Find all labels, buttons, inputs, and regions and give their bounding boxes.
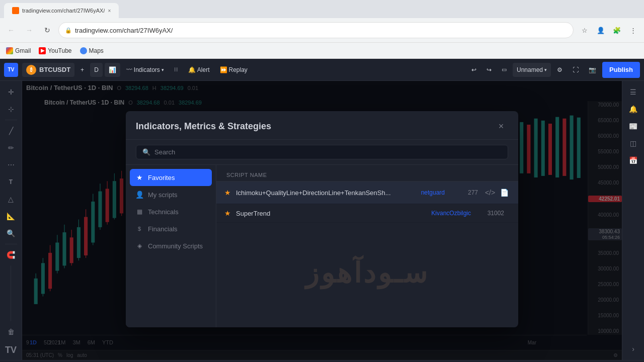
indicators-label: Indicators xyxy=(134,66,160,73)
tradingview-app: TV ₿ BTCUSDT + D 📊 〰 Indicators ▾ ⁝⁝ 🔔 xyxy=(0,59,644,362)
tab-stock-screener[interactable]: Stock Screener ▾ xyxy=(4,360,64,363)
undo-button[interactable]: ↩ xyxy=(467,63,480,77)
menu-icon[interactable]: ⋮ xyxy=(626,23,640,37)
bookmarks-bar: Gmail YouTube Maps xyxy=(0,43,644,59)
nav-reload-button[interactable]: ↻ xyxy=(40,23,54,37)
alert-label: Alert xyxy=(197,66,210,73)
star-icon: ★ xyxy=(135,173,144,182)
data-window-button[interactable]: ◫ xyxy=(625,135,641,151)
toolbar-icons: ☆ 👤 🧩 ⋮ xyxy=(578,23,640,37)
search-input[interactable] xyxy=(154,148,502,156)
browser-tab[interactable]: tradingview.com/chart/27IW6yAX/ × xyxy=(4,3,119,18)
measure-tool[interactable]: 📐 xyxy=(3,208,19,224)
tab-trading-panel[interactable]: Trading Panel xyxy=(207,360,258,363)
snapshot-button[interactable]: 📷 xyxy=(585,63,600,77)
script-name-header: SCRIPT NAME xyxy=(226,172,508,178)
gmail-icon xyxy=(6,47,13,54)
tab-strategy-tester[interactable]: Strategy Tester xyxy=(151,360,206,363)
script-code-button-0[interactable]: </> xyxy=(484,187,496,199)
bookmark-icon[interactable]: ☆ xyxy=(578,23,592,37)
tab-title: tradingview.com/chart/27IW6yAX/ xyxy=(22,8,105,14)
fullscreen-button[interactable]: ⛶ xyxy=(569,63,583,77)
modal-header: Indicators, Metrics & Strategies × xyxy=(126,111,518,140)
replay-button[interactable]: ⏩ Replay xyxy=(216,64,252,75)
script-open-button-0[interactable]: 📄 xyxy=(498,187,510,199)
add-symbol-button[interactable]: + xyxy=(76,63,88,77)
nav-financials-label: Financials xyxy=(148,225,178,233)
search-input-wrapper: 🔍 xyxy=(136,145,508,159)
chevron-right-button[interactable]: › xyxy=(625,341,641,357)
draw-tool[interactable]: ✏ xyxy=(3,140,19,156)
favorite-star-0[interactable]: ★ xyxy=(224,189,231,197)
address-bar[interactable]: 🔒 tradingview.com/chart/27IW6yAX/ xyxy=(58,22,574,38)
bookmark-maps[interactable]: Maps xyxy=(80,47,104,54)
tab-close-icon[interactable]: × xyxy=(108,8,111,14)
nav-back-button[interactable]: ← xyxy=(4,23,18,37)
calendar-button[interactable]: 📅 xyxy=(625,152,641,168)
chart-type-button[interactable]: 📊 xyxy=(105,63,120,77)
trend-line-tool[interactable]: ╱ xyxy=(3,123,19,139)
modal-close-button[interactable]: × xyxy=(494,119,508,133)
script-author-0[interactable]: netguard xyxy=(421,189,445,196)
crosshair-tool[interactable]: ⊹ xyxy=(3,101,19,117)
script-row-1[interactable]: ★ SuperTrend KivancOzbilgic 31002 xyxy=(216,204,518,223)
modal-search-area: 🔍 xyxy=(126,140,518,165)
magnet-tool[interactable]: 🧲 xyxy=(3,247,19,263)
alerts-sidebar-button[interactable]: 🔔 xyxy=(625,101,641,117)
indicators-dropdown-icon: ▾ xyxy=(162,67,164,72)
profile-icon[interactable]: 👤 xyxy=(594,23,608,37)
cursor-tool[interactable]: ✛ xyxy=(3,84,19,100)
more-indicators-button[interactable]: ⁝⁝ xyxy=(170,63,182,77)
nav-forward-button[interactable]: → xyxy=(22,23,36,37)
bookmark-gmail[interactable]: Gmail xyxy=(6,47,31,54)
script-name-1: SuperTrend xyxy=(236,210,431,217)
bookmark-youtube[interactable]: YouTube xyxy=(39,47,71,54)
nav-item-financials[interactable]: $ Financials xyxy=(130,220,212,237)
nav-item-community-scripts[interactable]: ◈ Community Scripts xyxy=(130,237,212,254)
trash-tool[interactable]: 🗑 xyxy=(3,324,19,340)
nav-item-favorites[interactable]: ★ Favorites xyxy=(130,169,212,186)
zoom-tool[interactable]: 🔍 xyxy=(3,225,19,241)
tool-sep-1 xyxy=(5,120,17,120)
bookmark-maps-label: Maps xyxy=(89,47,104,54)
fib-tool[interactable]: ⋯ xyxy=(3,157,19,173)
layout-button[interactable]: ▭ xyxy=(498,63,511,77)
modal-overlay: Indicators, Metrics & Strategies × 🔍 xyxy=(22,81,622,360)
youtube-icon xyxy=(39,47,46,54)
tab-pine-editor[interactable]: Pine Editor xyxy=(108,360,151,363)
symbol-selector[interactable]: ₿ BTCUSDT xyxy=(22,63,74,77)
script-actions-0: </> 📄 xyxy=(484,187,510,199)
text-tool[interactable]: T xyxy=(3,174,19,190)
publish-button[interactable]: Publish xyxy=(602,62,640,78)
watchlist-button[interactable]: ☰ xyxy=(625,84,641,100)
script-author-1[interactable]: KivancOzbilgic xyxy=(431,210,471,217)
tv-logo[interactable]: TV xyxy=(4,63,18,77)
favicon xyxy=(12,7,19,14)
alert-button[interactable]: 🔔 Alert xyxy=(184,64,214,75)
nav-item-technicals[interactable]: ▦ Technicals xyxy=(130,203,212,220)
nav-technicals-label: Technicals xyxy=(148,208,179,216)
nav-item-my-scripts[interactable]: 👤 My scripts xyxy=(130,186,212,203)
unnamed-button[interactable]: Unnamed ▾ xyxy=(513,63,551,77)
extension-icon[interactable]: 🧩 xyxy=(610,23,624,37)
indicators-button[interactable]: 〰 Indicators ▾ xyxy=(122,64,168,75)
redo-button[interactable]: ↪ xyxy=(482,63,496,77)
nav-my-scripts-label: My scripts xyxy=(148,191,178,199)
period-button[interactable]: D xyxy=(90,63,103,77)
chart-area[interactable]: Bitcoin / TetherUS · 1D · BIN O 38294.68… xyxy=(22,81,622,360)
tool-sep-2 xyxy=(5,244,17,244)
bookmark-youtube-label: YouTube xyxy=(48,47,71,54)
settings-button[interactable]: ⚙ xyxy=(553,63,567,77)
favorite-star-1[interactable]: ★ xyxy=(224,209,231,217)
tv-main-body: ✛ ⊹ ╱ ✏ ⋯ T △ 📐 🔍 🧲 🗑 TV Bitcoin / Tethe… xyxy=(0,81,644,360)
news-button[interactable]: 📰 xyxy=(625,118,641,134)
address-text: tradingview.com/chart/27IW6yAX/ xyxy=(75,27,567,34)
browser-tab-bar: tradingview.com/chart/27IW6yAX/ × xyxy=(0,0,644,18)
financials-icon: $ xyxy=(135,224,144,233)
tab-text-notes[interactable]: Text Notes xyxy=(64,360,107,363)
watermark-text: سـودآهوز xyxy=(305,257,429,289)
tv-brand-mark: TV xyxy=(4,343,18,357)
unnamed-dropdown-icon: ▾ xyxy=(544,67,547,72)
script-row-0[interactable]: ★ Ichimoku+QualityLine+DirectionLine+Ten… xyxy=(216,182,518,204)
shape-tool[interactable]: △ xyxy=(3,191,19,207)
